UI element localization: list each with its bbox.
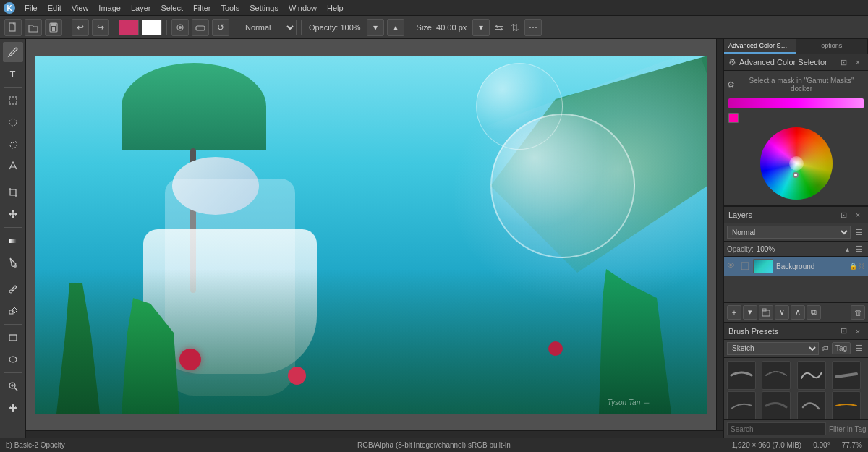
brush-preset-item-5[interactable] xyxy=(727,391,756,420)
add-layer-button[interactable]: + xyxy=(727,305,741,320)
background-color[interactable] xyxy=(142,20,162,35)
svg-marker-15 xyxy=(15,213,17,216)
rect-tool[interactable] xyxy=(3,328,23,348)
layers-panel-inner: NormalMultiplyScreen ☰ Opacity: 100% ▴ ☰… xyxy=(724,223,868,302)
zoom-tool[interactable] xyxy=(3,376,23,396)
text-tool[interactable]: T xyxy=(3,64,23,84)
delete-layer-button[interactable]: 🗑 xyxy=(851,305,865,320)
color-wheel-center xyxy=(789,156,804,171)
size-down-button[interactable]: ▾ xyxy=(472,19,490,36)
ellipse-select-tool[interactable] xyxy=(3,112,23,132)
layer-row-background[interactable]: 👁 Background 🔒 ⛓ xyxy=(724,257,868,276)
brush-preset-item-1[interactable] xyxy=(727,361,756,390)
brush-category-select[interactable]: SketchBasicDigitalInk xyxy=(727,342,819,355)
undo-button[interactable]: ↩ xyxy=(72,19,89,36)
paint-mode-button[interactable] xyxy=(171,19,189,36)
menu-tools[interactable]: Tools xyxy=(217,2,244,14)
status-angle: 0.00° xyxy=(813,441,830,449)
layer-linked-icon: ⛓ xyxy=(859,263,865,270)
brush-preset-item-8[interactable] xyxy=(832,391,861,420)
foreground-color[interactable] xyxy=(119,20,139,35)
tool-separator-2 xyxy=(4,179,22,179)
menu-image[interactable]: Image xyxy=(94,2,125,14)
refresh-button[interactable]: ↺ xyxy=(212,19,229,36)
opacity-value-text: 100% xyxy=(757,245,841,253)
blend-mode-select[interactable]: NormalMultiplyScreen xyxy=(239,20,297,35)
fill-tool[interactable] xyxy=(3,252,23,273)
status-zoom: 77.7% xyxy=(842,441,862,449)
menu-select[interactable]: Select xyxy=(156,2,187,14)
brush-docker-close-button[interactable]: × xyxy=(852,325,864,337)
menu-settings[interactable]: Settings xyxy=(245,2,283,14)
right-panel-tabs: Advanced Color Selector options xyxy=(724,39,868,54)
brush-tool[interactable] xyxy=(3,42,23,62)
crop-tool[interactable] xyxy=(3,182,23,202)
menu-file[interactable]: File xyxy=(20,2,42,14)
flower-1 xyxy=(179,349,201,370)
toolbar-separator-6 xyxy=(409,20,409,35)
opacity-increase-btn[interactable]: ▴ xyxy=(844,245,851,253)
brush-preset-item-3[interactable] xyxy=(797,361,826,390)
horizontal-scrollbar[interactable] xyxy=(26,430,723,438)
tool-separator-5 xyxy=(4,324,22,325)
brush-search-input[interactable] xyxy=(727,422,826,435)
flip-h-icon[interactable]: ⇆ xyxy=(493,22,506,33)
opacity-down-button[interactable]: ▾ xyxy=(367,19,384,36)
brush-preset-item-4[interactable] xyxy=(832,361,861,390)
tab-advanced-color-selector[interactable]: Advanced Color Selector xyxy=(724,39,796,54)
save-file-button[interactable] xyxy=(45,19,62,36)
more-options-button[interactable]: ⋯ xyxy=(524,19,542,36)
toolbar-separator-1 xyxy=(67,20,67,35)
brush-list-view-button[interactable]: ☰ xyxy=(854,343,865,354)
add-group-button[interactable] xyxy=(759,305,773,320)
layers-options-button[interactable]: ☰ xyxy=(854,243,865,255)
new-file-button[interactable] xyxy=(4,19,22,36)
vertical-scrollbar[interactable] xyxy=(716,39,723,430)
redo-button[interactable]: ↪ xyxy=(92,19,109,36)
brush-preset-item-2[interactable] xyxy=(762,361,791,390)
color-docker-close-button[interactable]: × xyxy=(852,56,864,68)
opacity-up-button[interactable]: ▴ xyxy=(387,19,404,36)
erase-mode-button[interactable] xyxy=(192,19,209,36)
menu-edit[interactable]: Edit xyxy=(43,2,66,14)
layers-blend-select[interactable]: NormalMultiplyScreen xyxy=(727,226,851,239)
duplicate-layer-button[interactable]: ⧉ xyxy=(807,305,821,320)
eyedropper-tool[interactable] xyxy=(3,279,23,299)
open-file-button[interactable] xyxy=(25,19,42,36)
gradient-tool[interactable] xyxy=(3,231,23,251)
freehand-select-tool[interactable] xyxy=(3,134,23,154)
brush-search-row: Filter in Tag xyxy=(724,419,868,438)
layers-docker: Layers ⊡ × NormalMultiplyScreen ☰ Opacit… xyxy=(724,207,868,323)
layer-dropdown-button[interactable]: ▾ xyxy=(743,305,757,320)
contiguous-select-tool[interactable] xyxy=(3,155,23,176)
move-layer-down-button[interactable]: ∧ xyxy=(791,305,805,320)
ellipse-tool[interactable] xyxy=(3,349,23,370)
rect-select-tool[interactable] xyxy=(3,90,23,111)
menu-window[interactable]: Window xyxy=(284,2,321,14)
canvas-area[interactable]: Tyson Tan ⸺ xyxy=(26,39,716,430)
menu-help[interactable]: Help xyxy=(323,2,348,14)
layers-menu-button[interactable]: ☰ xyxy=(854,226,865,238)
brush-preset-item-6[interactable] xyxy=(762,391,791,420)
tab-tool-options[interactable]: options xyxy=(796,39,869,54)
brush-preset-item-7[interactable] xyxy=(797,391,826,420)
flip-v-icon[interactable]: ⇅ xyxy=(509,22,522,33)
color-wheel-cursor[interactable] xyxy=(793,172,799,178)
pan-tool[interactable] xyxy=(3,398,23,418)
smart-patch-tool[interactable] xyxy=(3,301,23,321)
brush-tag-label[interactable]: Tag xyxy=(832,342,851,354)
layer-visibility-icon[interactable]: 👁 xyxy=(727,261,737,271)
color-docker-float-button[interactable]: ⊡ xyxy=(838,56,849,68)
layers-docker-float-button[interactable]: ⊡ xyxy=(838,209,849,221)
layers-docker-close-button[interactable]: × xyxy=(852,209,864,221)
status-bar: b) Basic-2 Opacity RGB/Alpha (8-bit inte… xyxy=(0,438,868,452)
move-layer-up-button[interactable]: ∨ xyxy=(775,305,789,320)
move-tool[interactable] xyxy=(3,204,23,224)
color-wheel[interactable] xyxy=(760,127,833,200)
menu-layer[interactable]: Layer xyxy=(127,2,156,14)
color-swatch[interactable] xyxy=(728,113,739,123)
menu-view[interactable]: View xyxy=(67,2,93,14)
menu-filter[interactable]: Filter xyxy=(189,2,215,14)
brush-docker-float-button[interactable]: ⊡ xyxy=(838,325,849,337)
color-gradient-bar[interactable] xyxy=(728,98,864,108)
